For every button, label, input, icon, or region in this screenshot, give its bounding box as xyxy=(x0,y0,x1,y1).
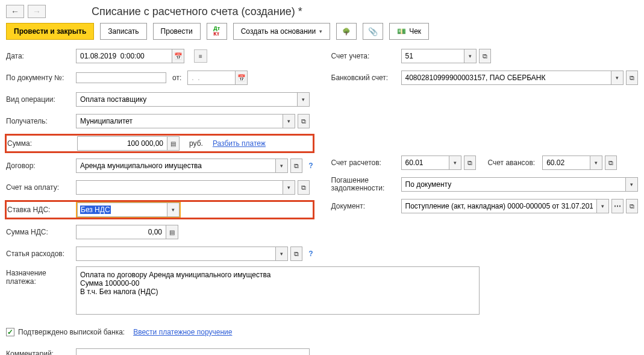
expense-item-input[interactable] xyxy=(79,249,273,259)
bank-account-open-icon[interactable] xyxy=(626,71,638,85)
purpose-textarea[interactable] xyxy=(76,266,480,315)
invoice-input[interactable] xyxy=(79,183,280,192)
contract-help-icon[interactable]: ? xyxy=(308,162,313,170)
expense-item-open-icon[interactable] xyxy=(290,247,302,261)
vat-rate-input[interactable]: Без НДС xyxy=(80,206,111,214)
attach-button[interactable] xyxy=(363,23,383,40)
post-button[interactable]: Провести xyxy=(153,23,201,40)
split-payment-link[interactable]: Разбить платеж xyxy=(213,139,266,148)
create-based-on-button[interactable]: Создать на основании xyxy=(233,23,331,40)
settle-account-open-icon[interactable] xyxy=(464,156,476,170)
invoice-open-icon[interactable] xyxy=(298,180,310,195)
settle-account-dropdown-icon[interactable] xyxy=(449,156,461,170)
advance-account-dropdown-icon[interactable] xyxy=(590,156,602,170)
comment-input[interactable] xyxy=(79,349,307,355)
bank-account-label: Банковский счет: xyxy=(331,74,398,82)
vat-rate-dropdown-icon[interactable] xyxy=(167,203,180,217)
vat-rate-label: Ставка НДС: xyxy=(7,206,73,214)
op-type-dropdown-icon[interactable] xyxy=(298,92,310,107)
document-input[interactable] xyxy=(404,201,595,211)
invoice-label: Счет на оплату: xyxy=(6,183,72,192)
enter-payment-order-link[interactable]: Ввести платежное поручение xyxy=(133,328,232,336)
account-label: Счет учета: xyxy=(331,52,398,60)
advance-account-open-icon[interactable] xyxy=(605,156,617,170)
expense-item-dropdown-icon[interactable] xyxy=(276,247,288,261)
document-dropdown-icon[interactable] xyxy=(597,199,609,213)
cheque-button[interactable]: Чек xyxy=(389,23,429,40)
contract-dropdown-icon[interactable] xyxy=(276,159,288,173)
advance-account-input[interactable] xyxy=(545,158,587,168)
contract-input[interactable] xyxy=(79,161,273,171)
debt-pay-dropdown-icon[interactable] xyxy=(626,177,638,192)
account-dropdown-icon[interactable] xyxy=(464,49,477,63)
debt-pay-input[interactable] xyxy=(404,180,624,189)
sum-input[interactable] xyxy=(80,139,164,148)
dt-kt-button[interactable]: ДтКт xyxy=(207,23,227,40)
vat-sum-label: Сумма НДС: xyxy=(6,228,72,236)
recipient-label: Получатель: xyxy=(6,117,72,125)
account-open-icon[interactable] xyxy=(479,49,491,63)
document-open-icon[interactable] xyxy=(626,199,638,213)
date-input[interactable] xyxy=(79,51,169,61)
document-more-icon[interactable] xyxy=(611,199,624,213)
date-extra-icon[interactable]: ≡ xyxy=(194,49,207,63)
purpose-label: Назначение платежа: xyxy=(6,266,72,286)
structure-icon-button[interactable] xyxy=(336,23,357,40)
nav-back-button[interactable]: ← xyxy=(6,5,24,18)
op-type-label: Вид операции: xyxy=(6,95,72,104)
post-and-close-button[interactable]: Провести и закрыть xyxy=(6,23,94,40)
sum-calculator-icon[interactable] xyxy=(167,136,180,151)
invoice-dropdown-icon[interactable] xyxy=(283,180,295,195)
date-label: Дата: xyxy=(6,52,72,60)
money-icon xyxy=(397,27,406,36)
bank-account-input[interactable] xyxy=(404,73,609,83)
advance-account-label: Счет авансов: xyxy=(488,159,536,167)
confirmed-label: Подтверждено выпиской банка: xyxy=(18,328,125,336)
recipient-dropdown-icon[interactable] xyxy=(283,114,295,128)
settle-account-input[interactable] xyxy=(404,158,446,168)
vat-sum-input[interactable] xyxy=(79,227,163,237)
contract-open-icon[interactable] xyxy=(290,159,302,173)
nav-forward-button[interactable]: → xyxy=(28,5,46,18)
recipient-open-icon[interactable] xyxy=(298,114,310,128)
doc-number-input[interactable] xyxy=(79,73,163,83)
settle-account-label: Счет расчетов: xyxy=(331,159,398,167)
doc-number-label: По документу №: xyxy=(6,74,72,82)
expense-item-help-icon[interactable]: ? xyxy=(308,250,313,258)
doc-from-input[interactable] xyxy=(190,73,233,83)
from-calendar-icon[interactable] xyxy=(236,71,248,85)
confirmed-checkbox[interactable]: ✓ xyxy=(6,328,14,336)
calendar-icon[interactable] xyxy=(172,49,184,63)
contract-label: Договор: xyxy=(6,162,72,170)
rub-label: руб. xyxy=(189,139,203,148)
debt-pay-label: Погашение задолженности: xyxy=(331,177,398,192)
vat-sum-calculator-icon[interactable] xyxy=(166,225,178,239)
account-input[interactable] xyxy=(404,51,461,61)
document-label: Документ: xyxy=(331,202,398,210)
sum-label: Сумма: xyxy=(7,139,73,148)
op-type-input[interactable] xyxy=(79,95,295,104)
comment-label: Комментарий: xyxy=(6,350,72,355)
attach-icon xyxy=(368,27,378,36)
tree-icon xyxy=(342,27,351,36)
expense-item-label: Статья расходов: xyxy=(6,250,72,258)
recipient-input[interactable] xyxy=(79,116,280,126)
page-title: Списание с расчетного счета (создание) * xyxy=(92,5,302,18)
save-button[interactable]: Записать xyxy=(100,23,146,40)
bank-account-dropdown-icon[interactable] xyxy=(611,71,624,85)
cheque-label: Чек xyxy=(409,27,421,36)
from-label: от: xyxy=(172,74,181,82)
